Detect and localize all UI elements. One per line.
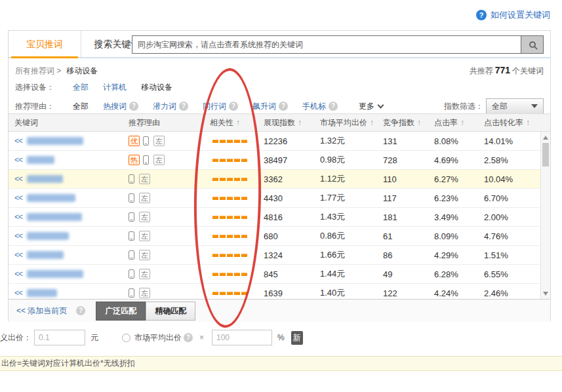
scroll-up-button[interactable]: [541, 132, 550, 142]
match-button[interactable]: 广泛匹配: [96, 302, 146, 321]
sort-asc-icon[interactable]: ↑: [370, 118, 374, 127]
table-row[interactable]: <<左48161.43元1813.49%2.00%: [9, 208, 540, 227]
device-option[interactable]: 移动设备: [141, 82, 172, 93]
reason-option[interactable]: 潜力词: [153, 101, 176, 112]
table-row[interactable]: <<左33621.12元1106.27%10.04%: [9, 170, 540, 189]
scroll-down-button[interactable]: [541, 288, 550, 298]
relevance-bar: [220, 216, 226, 219]
keyword-cell: <<: [9, 174, 123, 184]
multiply-sign: ×: [199, 333, 204, 342]
sort-asc-icon[interactable]: ↑: [298, 118, 302, 127]
add-current-page-link[interactable]: << 添加当前页: [16, 305, 67, 317]
ctr-cell: 4.24%: [432, 288, 481, 298]
add-keyword-button[interactable]: <<: [14, 155, 22, 165]
more-filters-button[interactable]: 更多: [359, 101, 383, 112]
relevance-cell: [205, 216, 261, 219]
left-position-badge: 左: [153, 155, 165, 165]
add-keyword-button[interactable]: <<: [14, 250, 22, 260]
breadcrumb-parent[interactable]: 所有推荐词 >: [15, 66, 61, 77]
help-icon[interactable]: ?: [184, 333, 193, 342]
help-icon[interactable]: ?: [279, 102, 288, 111]
table-body: <<优左122361.32元1318.08%14.01%<<热左384970.9…: [9, 132, 540, 299]
tab-0[interactable]: 宝贝推词: [9, 31, 81, 57]
ctr-cell: 8.09%: [432, 231, 481, 241]
avg-price-cell: 0.86元: [317, 230, 380, 242]
table-footer: << 添加当前页 ? 广泛匹配精确匹配: [9, 299, 550, 322]
keyword-cell: <<: [9, 269, 123, 279]
index-filter-select[interactable]: 全部: [486, 98, 544, 114]
how-to-set-keywords-link[interactable]: ? 如何设置关键词: [476, 9, 550, 21]
custom-bid-input[interactable]: [34, 330, 85, 345]
help-icon[interactable]: ?: [179, 102, 188, 111]
reason-option[interactable]: 同行词: [203, 101, 226, 112]
cvr-cell: 10.04%: [481, 174, 540, 184]
reason-option[interactable]: 飙升词: [252, 101, 276, 112]
column-header-6[interactable]: 点击率↑: [432, 117, 481, 128]
column-header-2[interactable]: 相关性↑: [205, 117, 261, 128]
left-position-badge: 左: [153, 136, 165, 146]
help-icon[interactable]: ?: [229, 102, 238, 111]
add-keyword-button[interactable]: <<: [14, 288, 22, 298]
add-keyword-button[interactable]: <<: [14, 193, 22, 203]
table-row[interactable]: <<左44301.77元1176.23%6.70%: [9, 189, 540, 208]
table-row[interactable]: <<左6800.86元618.09%4.76%: [9, 227, 540, 246]
help-icon[interactable]: ?: [329, 102, 338, 111]
add-keyword-button[interactable]: <<: [14, 136, 22, 146]
table-row[interactable]: <<优左122361.32元1318.08%14.01%: [9, 132, 540, 151]
sort-asc-icon[interactable]: ↑: [460, 118, 464, 127]
sort-asc-icon[interactable]: ↑: [526, 118, 530, 127]
total-count: 771: [495, 65, 510, 75]
reason-option[interactable]: 手机标: [302, 101, 326, 112]
relevance-bar: [212, 273, 218, 276]
column-label: 市场平均出价: [320, 117, 367, 128]
relevance-bar: [241, 235, 247, 238]
add-keyword-button[interactable]: <<: [14, 231, 22, 241]
table-row[interactable]: <<左16391.40元1224.24%2.46%: [9, 284, 540, 299]
column-header-3[interactable]: 展现指数↑: [261, 117, 317, 128]
keyword-cell: <<: [9, 136, 123, 146]
search-icon: [529, 41, 536, 48]
device-option[interactable]: 全部: [73, 82, 89, 93]
reason-filter-label: 推荐理由：: [15, 101, 73, 112]
reason-option[interactable]: 全部: [73, 101, 89, 112]
table-scrollbar[interactable]: [540, 132, 550, 299]
column-header-5[interactable]: 竞争指数↑: [380, 117, 432, 128]
keyword-search-input[interactable]: [132, 36, 521, 53]
relevance-bar: [234, 216, 240, 219]
percent-input[interactable]: [212, 330, 272, 345]
column-header-4[interactable]: 市场平均出价↑: [317, 117, 380, 128]
competition-cell: 110: [380, 174, 432, 184]
relevance-cell: [205, 292, 261, 295]
scrollbar-thumb[interactable]: [542, 143, 549, 167]
relevance-bar: [234, 254, 240, 257]
add-keyword-button[interactable]: <<: [14, 269, 22, 279]
impression-cell: 1639: [261, 288, 317, 298]
cvr-cell: 2.00%: [481, 212, 540, 222]
competition-cell: 181: [380, 212, 432, 222]
table-row[interactable]: <<左13241.66元864.29%1.51%: [9, 246, 540, 265]
reason-option[interactable]: 热搜词: [103, 101, 127, 112]
mobile-icon: [129, 231, 134, 241]
sort-asc-icon[interactable]: ↑: [236, 118, 240, 127]
column-header-7[interactable]: 点击转化率↑: [481, 117, 540, 128]
market-avg-price-radio[interactable]: [122, 334, 130, 342]
table-row[interactable]: <<左8451.44元496.28%6.55%: [9, 265, 540, 284]
match-button[interactable]: 精确匹配: [146, 302, 195, 321]
relevance-bar: [241, 254, 247, 257]
add-keyword-button[interactable]: <<: [14, 174, 22, 184]
help-icon[interactable]: ?: [76, 306, 85, 315]
bid-formula-notice: 出价=关键词对应计算机出价*无线折扣: [0, 356, 562, 371]
sort-asc-icon[interactable]: ↑: [417, 118, 421, 127]
search-button[interactable]: [521, 36, 543, 53]
relevance-bar: [227, 159, 233, 162]
help-icon[interactable]: ?: [129, 102, 138, 111]
relevance-bar: [212, 159, 218, 162]
relevance-bar: [234, 292, 240, 295]
impression-cell: 4430: [261, 193, 317, 203]
keyword-cell: <<: [9, 250, 123, 260]
device-option[interactable]: 计算机: [103, 82, 127, 93]
mobile-icon: [129, 250, 134, 260]
table-row[interactable]: <<热左384970.98元7284.69%2.58%: [9, 151, 540, 170]
add-keyword-button[interactable]: <<: [14, 212, 22, 222]
relevance-cell: [205, 235, 261, 238]
